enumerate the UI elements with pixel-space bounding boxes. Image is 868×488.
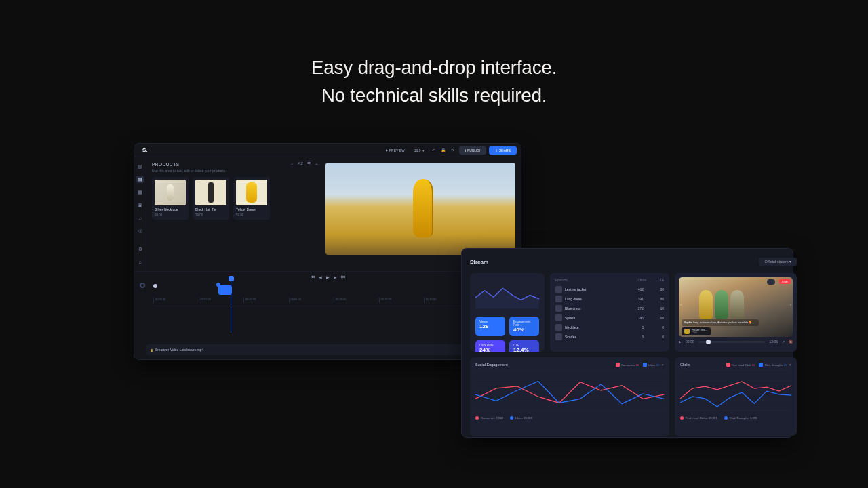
chevron-right-icon[interactable]: › bbox=[790, 302, 791, 306]
play-icon[interactable]: ▶ bbox=[326, 274, 330, 279]
row-ctr: 80 bbox=[646, 297, 664, 301]
row-thumb bbox=[555, 333, 562, 340]
chevron-left-icon[interactable]: ‹ bbox=[680, 302, 682, 306]
legend-item[interactable]: First Load Click☑ bbox=[726, 363, 755, 367]
product-card[interactable]: Black Hair Tie 29.00 bbox=[193, 177, 229, 220]
panel-filter-icon[interactable]: ≣ bbox=[307, 161, 311, 167]
next-frame-icon[interactable]: ⏭ bbox=[341, 274, 345, 279]
table-row[interactable]: Leather jacket46280 bbox=[555, 285, 664, 294]
products-icon[interactable]: ▤ bbox=[136, 176, 144, 183]
time-tick: 00:02:00 bbox=[199, 298, 244, 303]
chart-title: Social Engagement bbox=[475, 363, 508, 367]
panel-search-icon[interactable]: ⌕ bbox=[291, 161, 294, 167]
redo-icon[interactable]: ↷ bbox=[450, 147, 456, 154]
time-tick: 00:08:00 bbox=[334, 298, 379, 303]
volume-icon[interactable]: 🔇 bbox=[789, 340, 793, 344]
zoom-knob[interactable] bbox=[140, 283, 145, 288]
row-name: Blue dress bbox=[565, 306, 623, 310]
col-products: Products bbox=[555, 279, 629, 282]
timeline-track[interactable] bbox=[153, 306, 514, 341]
media-file-name: Smartzer Video Landscape.mp4 bbox=[155, 348, 203, 352]
row-ctr: 80 bbox=[646, 287, 664, 291]
row-thumb bbox=[555, 296, 562, 302]
chart-title: Clicks bbox=[680, 363, 690, 367]
clicks-svg bbox=[680, 369, 791, 411]
panel-add-icon[interactable]: ＋ bbox=[315, 161, 319, 167]
featured-product-pill[interactable]: Fitcase Strol… £349 bbox=[682, 327, 711, 336]
table-row[interactable]: Blue dress27260 bbox=[555, 304, 664, 313]
product-mini-thumb bbox=[684, 329, 690, 334]
product-thumb bbox=[155, 180, 186, 205]
product-price: 99.00 bbox=[155, 214, 186, 217]
product-price: 29.00 bbox=[195, 214, 226, 217]
headline-line-1: Easy drag-and-drop interface. bbox=[0, 54, 868, 82]
live-player: ‹ › LIVE Sophia Sexy, so brave of you, A… bbox=[675, 273, 797, 352]
table-row[interactable]: Necklace30 bbox=[555, 323, 664, 332]
prev-frame-icon[interactable]: ⏮ bbox=[311, 274, 315, 279]
marketing-headline: Easy drag-and-drop interface. No technic… bbox=[0, 54, 868, 109]
video-preview[interactable] bbox=[326, 163, 515, 255]
stat-click-rate: Click Rate 24% bbox=[475, 340, 505, 352]
table-row[interactable]: Long dress39180 bbox=[555, 294, 664, 304]
step-fwd-icon[interactable]: ▶ bbox=[334, 274, 337, 279]
app-logo: S. bbox=[142, 147, 148, 153]
mute-icon[interactable] bbox=[767, 279, 775, 285]
stat-ctr: CTR 12.4% bbox=[509, 340, 539, 352]
row-clicks: 462 bbox=[626, 287, 644, 291]
live-badge: LIVE bbox=[779, 279, 791, 284]
products-table: Products Clicks CTR Leather jacket46280L… bbox=[550, 273, 669, 352]
library-icon[interactable]: ▣ bbox=[136, 201, 144, 209]
chart-footer-a: Comments: 2,982 bbox=[475, 416, 503, 420]
share-button[interactable]: SHARE bbox=[489, 146, 517, 155]
stat-value: 12.4% bbox=[513, 347, 535, 352]
row-clicks: 3 bbox=[626, 325, 644, 329]
table-row[interactable]: Scarfes30 bbox=[555, 332, 664, 342]
time-ruler: 00:00:0000:02:0000:04:0000:06:0000:08:00… bbox=[153, 298, 514, 303]
panel-toolbar: ⌕ AZ ≣ ＋ bbox=[291, 161, 319, 167]
player-time: 00:00 bbox=[686, 340, 694, 344]
home-icon[interactable]: ⌂ bbox=[136, 258, 144, 266]
play-pause-icon[interactable]: ▶ bbox=[679, 340, 682, 344]
row-clicks: 3 bbox=[626, 335, 644, 339]
legend-item[interactable]: Likes☑ bbox=[643, 363, 659, 367]
row-ctr: 60 bbox=[646, 306, 664, 310]
metrics-icon[interactable]: ▦ bbox=[136, 188, 144, 196]
dashboard-header: Stream Official stream bbox=[470, 256, 797, 268]
row-clicks: 272 bbox=[626, 306, 644, 310]
product-clip[interactable] bbox=[218, 285, 232, 295]
live-video[interactable]: ‹ › LIVE Sophia Sexy, so brave of you, A… bbox=[679, 277, 793, 337]
table-row[interactable]: Splash14560 bbox=[555, 313, 664, 323]
marker-dot[interactable] bbox=[153, 284, 157, 288]
legend-item[interactable]: Comments☑ bbox=[616, 363, 639, 367]
transport-controls: ⏮ ◀ ▶ ▶ ⏭ bbox=[311, 274, 345, 279]
stream-select[interactable]: Official stream bbox=[759, 258, 797, 266]
publish-button[interactable]: PUBLISH bbox=[459, 146, 487, 155]
media-strip[interactable]: ▮ Smartzer Video Landscape.mp4 bbox=[146, 344, 514, 355]
scrubber[interactable] bbox=[698, 341, 766, 343]
col-clicks: Clicks bbox=[629, 279, 646, 282]
legend-item[interactable]: Click throughs☑ bbox=[759, 363, 787, 367]
text-icon[interactable]: ◎ bbox=[136, 227, 144, 235]
views-tile: Views 128 Engagement Rate 40% Click Rate… bbox=[470, 273, 545, 352]
step-back-icon[interactable]: ◀ bbox=[319, 274, 322, 279]
panel-sort[interactable]: AZ bbox=[298, 161, 303, 167]
product-price: 59.99 bbox=[236, 214, 267, 217]
settings-icon[interactable]: ⚙ bbox=[136, 245, 144, 253]
search-icon[interactable]: ⌕ bbox=[136, 214, 144, 222]
aspect-ratio-select[interactable]: 16:9 bbox=[411, 147, 428, 154]
player-bar: ▶ 00:00 12:05 ⤢ 🔇 bbox=[679, 340, 793, 344]
product-card[interactable]: Silver Necklace 99.00 bbox=[152, 177, 189, 220]
product-name: Silver Necklace bbox=[155, 207, 186, 211]
lock-icon[interactable]: 🔒 bbox=[440, 147, 447, 154]
undo-icon[interactable]: ↶ bbox=[431, 147, 437, 154]
layers-icon[interactable]: ▥ bbox=[136, 163, 144, 170]
product-name: Black Hair Tie bbox=[195, 207, 226, 211]
clicks-chart: Clicks First Load Click☑ Click throughs☑… bbox=[675, 357, 797, 436]
product-card[interactable]: Yellow Dress 59.99 bbox=[233, 177, 270, 220]
chart-footer-b: Click Throughs: 1,999 bbox=[724, 416, 757, 420]
preview-button[interactable]: PREVIEW bbox=[382, 147, 408, 154]
row-name: Leather jacket bbox=[565, 287, 623, 291]
chat-text: Sexy, so brave of you, Andreina you look… bbox=[693, 321, 751, 324]
row-name: Scarfes bbox=[565, 335, 623, 339]
expand-icon[interactable]: ⤢ bbox=[782, 340, 785, 344]
